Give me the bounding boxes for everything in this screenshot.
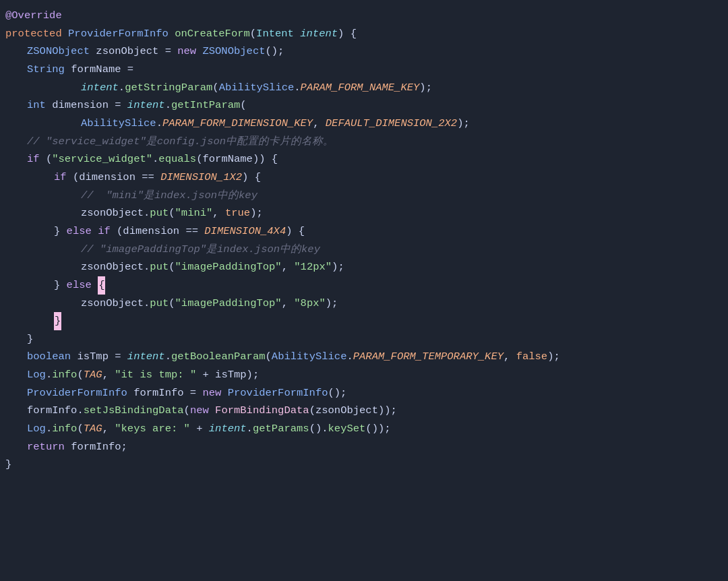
keyword-new3: new bbox=[190, 402, 209, 420]
keyword-new2: new bbox=[202, 384, 221, 402]
type-formbindingdata: FormBindingData bbox=[215, 402, 309, 420]
method-info: info bbox=[52, 366, 77, 384]
annotation-override: @Override bbox=[5, 7, 62, 25]
bool-false: false bbox=[516, 348, 548, 366]
var-zsonobj5: zsonObject bbox=[315, 402, 378, 420]
var-istmp2: isTmp bbox=[215, 366, 247, 384]
string-8px: "8px" bbox=[294, 295, 326, 313]
code-line-9: if ( "service_widget" . equals ( formNam… bbox=[0, 150, 728, 169]
keyword-new: new bbox=[177, 42, 196, 61]
keyword-else: else bbox=[67, 222, 92, 241]
keyword-else2: else bbox=[67, 276, 92, 295]
code-line-3: ZSONObject zsonObject = new ZSONObject (… bbox=[0, 42, 728, 61]
method-put-12px: put bbox=[150, 258, 169, 276]
code-line-23: formInfo . setJsBindingData ( new FormBi… bbox=[0, 402, 728, 420]
class-abilityslice2: AbilitySlice bbox=[81, 115, 156, 133]
var-formname2: formName bbox=[202, 150, 252, 169]
class-abilityslice3: AbilitySlice bbox=[272, 348, 347, 366]
comment-mini: // "mini"是index.json中的key bbox=[81, 187, 257, 205]
close-bracket-highlight: } bbox=[54, 312, 61, 330]
const-param-form-dimension-key: PARAM_FORM_DIMENSION_KEY bbox=[162, 115, 313, 133]
code-line-19: } bbox=[0, 330, 728, 348]
code-line-4: String formName = bbox=[0, 61, 728, 79]
type-zsonobject: ZSONObject bbox=[27, 42, 90, 61]
var-dimension2: dimension bbox=[79, 169, 135, 187]
code-line-13: } else if ( dimension == DIMENSION_4X4 )… bbox=[0, 222, 728, 241]
method-setjsbindingdata: setJsBindingData bbox=[84, 402, 184, 420]
type-providerforminfo2: ProviderFormInfo bbox=[27, 384, 127, 402]
code-line-10: if ( dimension == DIMENSION_1X2 ) { bbox=[0, 169, 728, 187]
code-line-16: } else { bbox=[0, 276, 728, 295]
var-formname: formName bbox=[71, 61, 121, 79]
method-getintparam: getIntParam bbox=[171, 96, 240, 115]
var-zsonobj4: zsonObject bbox=[81, 295, 144, 313]
code-line-21: Log . info ( TAG , "it is tmp: " + isTmp… bbox=[0, 366, 728, 384]
class-log2: Log bbox=[27, 420, 46, 438]
code-line-1: @Override bbox=[0, 7, 728, 25]
bracket-highlight: { bbox=[98, 276, 105, 295]
type-boolean: boolean bbox=[27, 348, 71, 366]
method-getbooleanparam: getBooleanParam bbox=[171, 348, 266, 366]
var-intent: intent bbox=[81, 79, 119, 97]
var-istmp: isTmp bbox=[77, 348, 109, 366]
class-abilityslice: AbilitySlice bbox=[219, 79, 295, 97]
code-line-14: // "imagePaddingTop"是index.json中的key bbox=[0, 241, 728, 259]
keyword-if2: if bbox=[54, 169, 67, 187]
code-line-15: zsonObject . put ( "imagePaddingTop" , "… bbox=[0, 258, 728, 276]
type-providerforminfo3: ProviderFormInfo bbox=[228, 384, 328, 402]
class-log: Log bbox=[27, 366, 46, 384]
const-dimension-4x4: DIMENSION_4X4 bbox=[204, 222, 286, 241]
var-zsonobject: zsonObject bbox=[96, 42, 158, 61]
const-param-form-temporary-key: PARAM_FORM_TEMPORARY_KEY bbox=[353, 348, 504, 366]
comment-imagepaddingtop: // "imagePaddingTop"是index.json中的key bbox=[81, 241, 320, 259]
string-mini: "mini" bbox=[175, 204, 213, 222]
param-intent: intent bbox=[300, 25, 338, 43]
code-line-24: Log . info ( TAG , "keys are: " + intent… bbox=[0, 420, 728, 438]
keyword-protected: protected bbox=[5, 25, 62, 43]
code-line-7: AbilitySlice . PARAM_FORM_DIMENSION_KEY … bbox=[0, 115, 728, 133]
keyword-return: return bbox=[27, 438, 65, 456]
const-dimension-1x2: DIMENSION_1X2 bbox=[160, 169, 242, 187]
const-tag2: TAG bbox=[84, 420, 102, 438]
code-editor: @Override protected ProviderFormInfo onC… bbox=[0, 0, 728, 481]
var-forminfo: formInfo bbox=[133, 384, 183, 402]
code-line-5: intent . getStringParam ( AbilitySlice .… bbox=[0, 79, 728, 97]
method-getparams: getParams bbox=[253, 420, 309, 438]
code-line-12: zsonObject . put ( "mini" , true ); bbox=[0, 204, 728, 222]
type-zsonobject2: ZSONObject bbox=[202, 42, 265, 61]
code-line-18: } bbox=[0, 312, 728, 330]
string-keys-are: "keys are: " bbox=[115, 420, 190, 438]
method-put-mini: put bbox=[150, 204, 169, 222]
keyword-if: if bbox=[27, 150, 40, 169]
string-it-is-tmp: "it is tmp: " bbox=[115, 366, 196, 384]
code-line-22: ProviderFormInfo formInfo = new Provider… bbox=[0, 384, 728, 402]
var-dimension: dimension bbox=[52, 96, 109, 115]
method-oncreateform: onCreateForm bbox=[175, 25, 250, 43]
var-zsonobj3: zsonObject bbox=[81, 258, 144, 276]
var-forminfo2: formInfo bbox=[27, 402, 77, 420]
var-intent3: intent bbox=[127, 348, 165, 366]
var-dimension3: dimension bbox=[123, 222, 179, 241]
keyword-if3: if bbox=[98, 222, 111, 241]
string-service-widget: "service_widget" bbox=[52, 150, 152, 169]
type-providerforminfo: ProviderFormInfo bbox=[68, 25, 169, 43]
method-getstringparam: getStringParam bbox=[125, 79, 212, 97]
type-string: String bbox=[27, 61, 65, 79]
code-line-26: } bbox=[0, 456, 728, 474]
code-line-8: // "service_widget"是config.json中配置的卡片的名称… bbox=[0, 133, 728, 151]
code-line-25: return formInfo ; bbox=[0, 438, 728, 456]
const-default-dimension: DEFAULT_DIMENSION_2X2 bbox=[326, 115, 457, 133]
const-tag: TAG bbox=[84, 366, 102, 384]
var-intent2: intent bbox=[127, 96, 165, 115]
code-line-20: boolean isTmp = intent . getBooleanParam… bbox=[0, 348, 728, 366]
bool-true: true bbox=[225, 204, 250, 222]
type-int: int bbox=[27, 96, 46, 115]
const-param-form-name-key: PARAM_FORM_NAME_KEY bbox=[301, 79, 420, 97]
code-line-17: zsonObject . put ( "imagePaddingTop" , "… bbox=[0, 295, 728, 313]
code-line-2: protected ProviderFormInfo onCreateForm … bbox=[0, 25, 728, 43]
var-forminfo3: formInfo bbox=[71, 438, 121, 456]
code-line-11: // "mini"是index.json中的key bbox=[0, 187, 728, 205]
type-intent: Intent bbox=[256, 25, 294, 43]
comment-1: // "service_widget"是config.json中配置的卡片的名称… bbox=[27, 133, 334, 151]
string-12px: "12px" bbox=[294, 258, 332, 276]
